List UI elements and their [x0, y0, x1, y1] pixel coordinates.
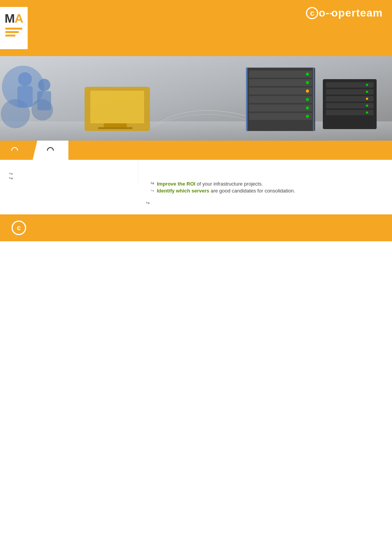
benefits-tab: ◠	[0, 141, 33, 160]
page-footer: c	[0, 214, 392, 241]
svg-rect-19	[249, 88, 312, 95]
svg-point-22	[306, 98, 309, 101]
svg-point-33	[366, 98, 368, 100]
list-item: Improve the ROI of your infrastructure p…	[151, 181, 383, 187]
svg-point-29	[366, 84, 368, 86]
logo-line-3	[5, 35, 15, 36]
svg-rect-39	[313, 67, 314, 132]
main-content: Improve the ROI of your infrastructure p…	[0, 160, 392, 207]
svg-point-5	[18, 72, 32, 86]
cooperteam-logo: c o-- operteam	[306, 7, 383, 20]
list-item: Identify which servers are good candidat…	[151, 188, 383, 194]
svg-rect-21	[249, 96, 312, 103]
svg-point-31	[366, 91, 368, 93]
header-left: MA	[0, 7, 35, 49]
section-headers-bar: ◠ ◠	[0, 141, 392, 160]
footer-icon: c	[12, 221, 26, 235]
svg-rect-17	[249, 79, 312, 86]
svg-point-16	[306, 73, 309, 76]
footer-wrapper: c	[0, 207, 392, 241]
svg-rect-10	[90, 91, 144, 123]
ma-logo-box: MA	[0, 7, 28, 49]
ma-logo-lines	[5, 28, 22, 36]
svg-rect-23	[249, 104, 312, 111]
svg-rect-8	[37, 91, 51, 110]
svg-point-26	[306, 115, 309, 118]
svg-rect-38	[246, 67, 247, 132]
intro-green-bullets: Improve the ROI of your infrastructure p…	[151, 181, 383, 194]
cooperteam-name-row: c o-- operteam	[306, 7, 383, 19]
logo-line-2	[5, 31, 19, 33]
svg-point-18	[306, 81, 309, 84]
ma-initials: MA	[5, 12, 23, 25]
svg-rect-12	[98, 127, 133, 129]
svg-point-37	[366, 111, 368, 114]
svg-point-20	[306, 90, 309, 93]
introduction-tab: ◠	[33, 141, 68, 160]
svg-point-7	[38, 79, 50, 91]
logo-line-1	[5, 28, 22, 30]
svg-rect-11	[104, 123, 127, 127]
svg-rect-15	[249, 71, 312, 78]
introduction-column: Improve the ROI of your infrastructure p…	[138, 160, 392, 207]
introduction-icon: ◠	[47, 145, 54, 155]
cooperteam-circle-c: c	[306, 7, 318, 19]
svg-point-24	[306, 106, 309, 109]
cooperteam-rest: operteam	[331, 7, 383, 19]
benefits-icon: ◠	[11, 145, 18, 155]
svg-rect-6	[17, 86, 33, 107]
svg-point-35	[366, 104, 368, 107]
intro-headline	[146, 168, 383, 176]
hero-svg	[0, 56, 392, 141]
benefits-column	[0, 160, 138, 183]
page-header: MA c o-- operteam	[0, 0, 392, 56]
hero-image	[0, 56, 392, 141]
svg-rect-25	[249, 113, 312, 120]
